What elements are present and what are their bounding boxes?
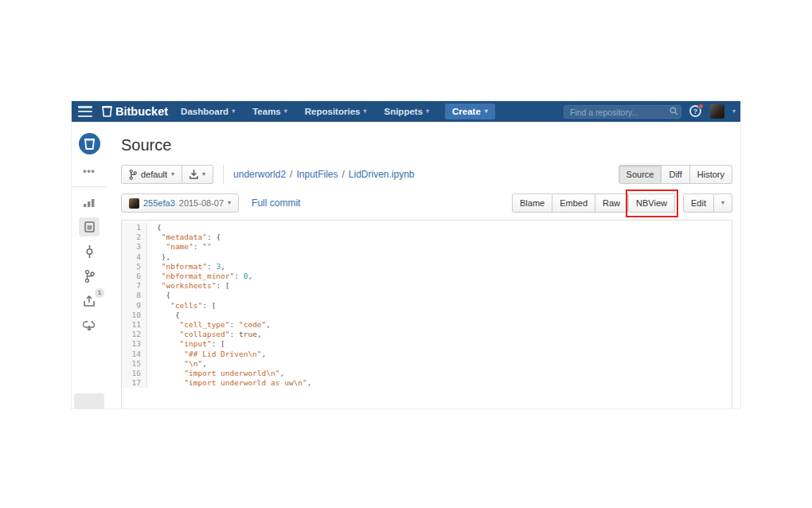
breadcrumb-link-inputfiles[interactable]: InputFiles [296,169,338,180]
nav-item-label: Teams [252,107,281,116]
code-token: "\n" [184,359,202,368]
tab-diff[interactable]: Diff [662,165,689,184]
code-token: : [234,272,243,280]
user-avatar[interactable] [710,104,724,119]
highlighted-action: NBView [628,193,675,213]
line-number[interactable]: 7 [122,281,147,291]
line-number[interactable]: 2 [122,233,147,242]
nav-item-snippets[interactable]: Snippets▾ [384,107,429,116]
download-button[interactable]: ▾ [182,165,213,184]
code-text: "worksheets": [ [147,281,230,291]
breadcrumb: underworld2/InputFiles/LidDriven.ipynb [233,169,414,180]
sidebar-more-icon[interactable]: ••• [83,166,96,177]
breadcrumb-link-underworld2[interactable]: underworld2 [233,169,286,180]
line-number[interactable]: 9 [122,301,147,311]
code-token: : [ [212,339,225,348]
nav-item-dashboard[interactable]: Dashboard▾ [181,107,235,116]
code-line: 15 "\n", [122,359,732,369]
code-token: { [157,291,170,299]
code-token: : [230,330,239,338]
code-token: , [262,350,267,358]
code-text: { [147,291,170,300]
line-number[interactable]: 4 [122,252,147,262]
sidebar-item-pull-requests[interactable]: 1 [79,291,100,311]
code-token: "import underworld as uw\n" [184,378,306,387]
code-token: }, [157,252,170,261]
tab-source[interactable]: Source [619,165,662,184]
sidebar-item-branches[interactable] [79,267,100,286]
branch-selector-button[interactable]: default ▾ [121,165,182,184]
code-token: , [202,359,207,368]
branches-icon [84,270,95,283]
search-icon[interactable] [670,107,678,115]
line-number[interactable]: 8 [122,291,147,300]
code-line: 12 "collapsed": true, [122,330,732,339]
line-number[interactable]: 3 [122,242,147,252]
edit-button[interactable]: Edit [683,193,714,213]
chevron-down-icon: ▾ [232,108,235,115]
sidebar-item-activity[interactable] [79,193,100,212]
bitbucket-logo[interactable]: Bitbucket [102,105,168,118]
commit-bar: 255efa3 2015-08-07 ▾ Full commit BlameEm… [121,193,732,213]
line-number[interactable]: 14 [122,350,147,359]
code-token: , [221,262,225,271]
line-number[interactable]: 5 [122,262,147,272]
help-menu[interactable]: ? [689,105,702,118]
code-text: "name": "" [147,242,212,252]
code-token: "nbformat" [162,262,207,271]
code-line: 17 "import underworld as uw\n", [122,378,732,388]
hamburger-menu-icon[interactable] [78,106,92,117]
line-number[interactable]: 13 [122,339,147,349]
blame-button[interactable]: Blame [512,193,552,213]
sidebar-item-source[interactable] [79,217,100,236]
code-text: "import underworld\n", [147,369,284,378]
repo-avatar[interactable] [79,133,100,154]
bucket-icon [84,139,95,150]
sidebar-item-commits[interactable] [79,242,100,261]
tab-history[interactable]: History [690,165,732,184]
line-number[interactable]: 10 [122,311,147,320]
code-token: , [257,330,262,338]
sidebar-item-partial[interactable] [74,393,104,408]
line-number[interactable]: 15 [122,359,147,369]
code-line: 10 { [122,311,732,320]
code-token: "## Lid Driven\n" [184,350,261,358]
line-number[interactable]: 1 [122,223,147,233]
line-number[interactable]: 16 [122,369,147,378]
nav-item-teams[interactable]: Teams▾ [252,107,287,116]
code-token: : { [207,233,221,241]
code-line: 11 "cell_type": "code", [122,320,732,330]
code-lines: 1{2 "metadata": {3 "name": ""4 },5 "nbfo… [122,221,732,388]
nav-item-repositories[interactable]: Repositories▾ [305,107,367,116]
code-text: "\n", [147,359,207,369]
toolbar-divider [223,165,224,184]
repository-search [564,104,681,119]
full-commit-link[interactable]: Full commit [252,197,300,209]
search-input[interactable] [564,105,681,119]
pull-requests-icon [84,295,95,307]
code-text: { [147,311,180,320]
edit-dropdown-button[interactable]: ▾ [714,193,732,213]
code-line: 14 "## Lid Driven\n", [122,350,732,359]
code-token: , [279,369,284,377]
sidebar-divider [72,186,107,187]
user-menu-chevron-icon[interactable]: ▾ [732,108,736,115]
line-number[interactable]: 17 [122,378,147,388]
breadcrumb-link-liddriven-ipynb[interactable]: LidDriven.ipynb [349,169,415,180]
page-title: Source [121,136,732,154]
embed-button[interactable]: Embed [552,193,595,213]
file-source-view: 1{2 "metadata": {3 "name": ""4 },5 "nbfo… [121,220,732,408]
code-token [157,350,184,358]
code-token: { [157,223,162,232]
chevron-down-icon: ▾ [485,108,488,115]
line-number[interactable]: 12 [122,330,147,339]
chevron-down-icon: ▾ [228,200,231,206]
commit-selector-button[interactable]: 255efa3 2015-08-07 ▾ [121,193,239,213]
raw-button[interactable]: Raw [595,193,628,213]
nbview-button[interactable]: NBView [628,193,675,213]
sidebar-item-downloads[interactable] [79,316,100,335]
line-number[interactable]: 11 [122,320,147,330]
line-number[interactable]: 6 [122,272,147,281]
code-line: 3 "name": "" [122,242,732,252]
create-button[interactable]: Create ▾ [445,104,495,119]
